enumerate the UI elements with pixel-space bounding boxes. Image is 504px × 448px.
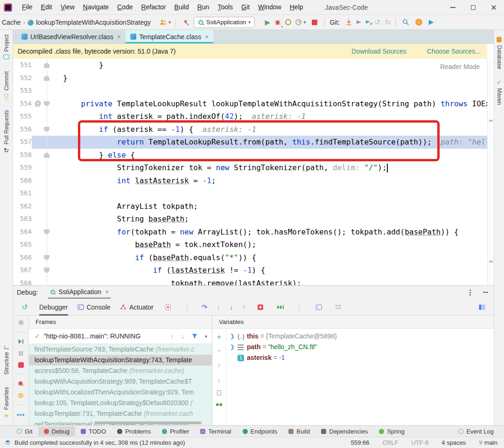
editor-gutter[interactable] xyxy=(32,213,63,226)
code-line[interactable]: 560 int lastAsterisk = -1; xyxy=(13,174,487,187)
line-number[interactable]: 557 xyxy=(13,136,32,149)
fold-marker-icon[interactable] xyxy=(44,62,49,68)
editor-gutter[interactable]: @ xyxy=(32,97,63,110)
line-number[interactable]: 553 xyxy=(13,84,32,97)
file-encoding[interactable]: UTF-8 xyxy=(411,439,428,446)
move-down-icon[interactable]: ↓ xyxy=(217,376,221,384)
thread-dropdown-icon[interactable]: ▾ xyxy=(205,334,207,339)
line-ending[interactable]: CRLF xyxy=(383,439,399,446)
show-execution-point-button[interactable] xyxy=(163,302,173,312)
code-line[interactable]: 558 } else { xyxy=(13,149,487,162)
settings-list-icon[interactable] xyxy=(333,302,343,312)
menu-item[interactable]: Refactor xyxy=(137,0,170,14)
menu-item[interactable]: View xyxy=(56,0,79,14)
line-number[interactable]: 560 xyxy=(13,174,32,187)
profiler-dropdown-icon[interactable]: ▾ xyxy=(303,20,306,25)
local-history-forward-icon[interactable]: ↻ xyxy=(385,18,391,27)
editor-gutter[interactable] xyxy=(32,264,63,277)
editor-gutter[interactable] xyxy=(32,200,63,213)
variable-row[interactable]: ❯ path = "hello_zh_CN.ftl" xyxy=(226,342,494,352)
sidebar-item-commit[interactable]: Commit xyxy=(3,71,10,97)
editor-gutter[interactable] xyxy=(32,136,63,149)
menu-item[interactable]: Edit xyxy=(37,0,56,14)
code-line[interactable]: 559 StringTokenizer tok = new StringToke… xyxy=(13,161,487,174)
editor-error-stripe[interactable] xyxy=(487,59,494,285)
warning-stripe-mark[interactable] xyxy=(489,120,493,122)
stack-frame[interactable]: lookupWithAcquisitionStrategy:909, Templ… xyxy=(29,376,212,387)
rerun-button[interactable]: ↺ xyxy=(20,302,30,312)
menu-item[interactable]: Tools xyxy=(213,0,237,14)
pause-button[interactable] xyxy=(19,351,23,356)
menu-item[interactable]: Navigate xyxy=(79,0,113,14)
line-number[interactable]: 555 xyxy=(13,110,32,123)
menu-item[interactable]: Run xyxy=(193,0,214,14)
line-number[interactable]: 568 xyxy=(13,277,32,286)
fold-marker-icon[interactable] xyxy=(44,204,49,209)
code-line[interactable]: 563 String basePath; xyxy=(13,213,487,226)
editor-gutter[interactable] xyxy=(32,226,63,239)
code-line[interactable]: 564 for(tokpath = new ArrayList(); tok.h… xyxy=(13,226,487,239)
code-line[interactable]: 555 int asterisk = path.indexOf(42); ast… xyxy=(13,110,487,123)
code-line[interactable]: 557 return TemplateLookupResult.from(pat… xyxy=(13,136,487,149)
code-line[interactable]: 552 } xyxy=(13,72,487,85)
editor-gutter[interactable] xyxy=(32,161,63,174)
fold-marker-icon[interactable] xyxy=(44,101,49,107)
next-frame-icon[interactable]: ↓ xyxy=(181,333,184,340)
tab-close-icon[interactable]: × xyxy=(117,33,121,41)
editor-gutter[interactable] xyxy=(32,72,63,85)
tool-window-button[interactable]: Debug xyxy=(38,427,75,436)
menu-item[interactable]: Code xyxy=(113,0,137,14)
sidebar-item-database[interactable]: Database xyxy=(496,36,503,69)
build-hammer-icon[interactable] xyxy=(181,17,191,28)
stack-frame[interactable]: lookupTemplate:731, TemplateCache (freem… xyxy=(29,408,212,419)
caret-position[interactable]: 559:66 xyxy=(351,439,370,446)
expand-chevron-icon[interactable]: ❯ xyxy=(230,331,238,342)
step-over-button[interactable]: ↷ xyxy=(202,303,208,311)
tool-window-button[interactable]: Profiler xyxy=(156,427,195,436)
sidebar-item-structure[interactable]: Structure xyxy=(3,345,10,375)
thread-selector[interactable]: ✓ "http-nio-8081...main": RUNNING ↑ ↓ ▾ xyxy=(29,329,212,344)
horizontal-scrollbar[interactable] xyxy=(94,421,202,424)
session-close-icon[interactable]: × xyxy=(105,288,109,296)
stack-frame[interactable]: lookupTemplateWithAcquisitionStrategy:74… xyxy=(29,355,212,365)
local-history-back-icon[interactable]: ↺ xyxy=(374,18,380,27)
fold-marker-icon[interactable] xyxy=(44,139,49,145)
sidebar-item-maven[interactable]: ✓Maven xyxy=(496,79,503,105)
fold-marker-icon[interactable] xyxy=(44,127,49,132)
warning-stripe-mark[interactable] xyxy=(489,261,493,262)
tool-window-button[interactable]: Dependencies xyxy=(315,427,373,436)
show-watches-icon[interactable] xyxy=(216,402,223,407)
expand-chevron-icon[interactable]: ❯ xyxy=(230,342,238,352)
users-dropdown-icon[interactable]: ▾ xyxy=(168,20,171,25)
minimize-button[interactable] xyxy=(442,0,463,14)
filter-frames-icon[interactable] xyxy=(192,334,197,339)
line-number[interactable]: 563 xyxy=(13,213,32,226)
reader-mode-toggle[interactable]: Reader Mode xyxy=(440,63,480,70)
remove-watch-icon[interactable]: − xyxy=(217,347,221,355)
code-line[interactable]: 561 xyxy=(13,187,487,200)
breadcrumb-method[interactable]: lookupTemplateWithAcquisitionStrategy xyxy=(36,19,151,26)
step-into-button[interactable]: ↓ xyxy=(217,303,221,311)
menu-item[interactable]: Window xyxy=(254,0,286,14)
ide-update-icon[interactable]: ↑ xyxy=(415,19,422,26)
code-line[interactable]: 568 tokpath.remove(lastAsterisk); xyxy=(13,277,487,286)
fold-marker-icon[interactable] xyxy=(44,242,49,248)
stack-frame[interactable]: access$500:58, TemplateCache (freemarker… xyxy=(29,365,212,376)
view-breakpoints-button[interactable] xyxy=(18,393,24,399)
line-number[interactable]: 556 xyxy=(13,123,32,136)
editor-gutter[interactable] xyxy=(32,174,63,187)
tool-window-button[interactable]: Spring xyxy=(373,427,410,436)
editor-gutter[interactable] xyxy=(32,110,63,123)
tool-window-button[interactable]: Build xyxy=(283,427,315,436)
git-update-project-button[interactable] xyxy=(343,17,354,28)
variable-row[interactable]: 1 asterisk = -1 xyxy=(226,352,494,363)
notification-action-link[interactable]: Choose Sources... xyxy=(427,48,481,55)
tab-debugger[interactable]: Debugger xyxy=(39,299,68,316)
menu-item[interactable]: Build xyxy=(170,0,193,14)
add-watch-icon[interactable]: + xyxy=(217,333,221,341)
fold-marker-icon[interactable] xyxy=(44,229,49,235)
editor-gutter[interactable] xyxy=(32,187,63,200)
code-line[interactable]: 565 basePath = tok.nextToken(); xyxy=(13,238,487,251)
run-button[interactable]: ▶ xyxy=(262,17,273,28)
tool-window-button[interactable]: > Terminal xyxy=(195,427,237,436)
